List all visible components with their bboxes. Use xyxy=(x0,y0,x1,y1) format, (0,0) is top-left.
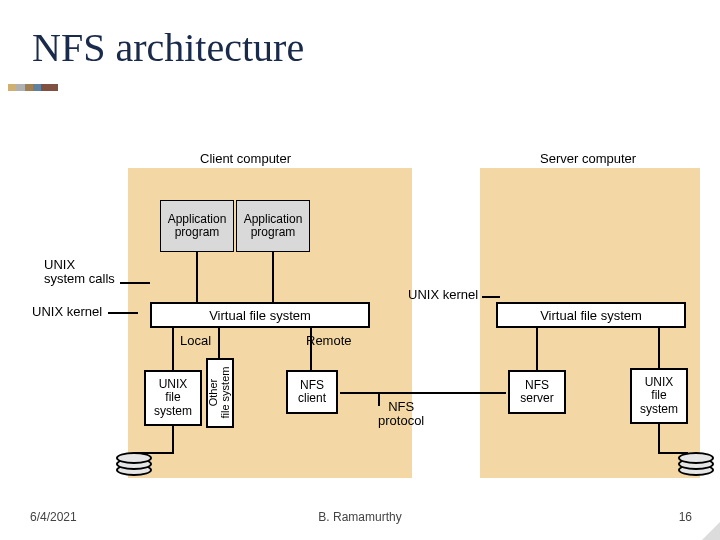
vfs-server-box: Virtual file system xyxy=(496,302,686,328)
disk-icon-server xyxy=(678,452,714,478)
unix-kernel-left-label: UNIX kernel xyxy=(32,305,102,319)
vfs-to-nfsserver-line xyxy=(536,328,538,370)
footer-author: B. Ramamurthy xyxy=(0,510,720,524)
nfs-client-box: NFSclient xyxy=(286,370,338,414)
unixfs-to-disk-h xyxy=(134,452,174,454)
vfs-to-ofs-line xyxy=(218,328,220,358)
local-label: Local xyxy=(180,334,211,348)
slide-title: NFS architecture xyxy=(32,24,304,71)
application-program-2: Applicationprogram xyxy=(236,200,310,252)
vfs-client-box: Virtual file system xyxy=(150,302,370,328)
unixfs-srv-to-disk-line xyxy=(658,424,660,454)
other-fs-box: Otherfile system xyxy=(206,358,234,428)
client-label: Client computer xyxy=(200,152,291,166)
syscalls-connector xyxy=(120,282,150,284)
app1-down-line xyxy=(196,252,198,302)
unix-syscalls-label: UNIXsystem calls xyxy=(44,258,115,287)
nfs-server-box: NFSserver xyxy=(508,370,566,414)
kernel-mid-connector xyxy=(482,296,500,298)
remote-label: Remote xyxy=(306,334,352,348)
nfs-protocol-label: NFSprotocol xyxy=(378,400,424,429)
application-program-1: Applicationprogram xyxy=(160,200,234,252)
nfs-protocol-line xyxy=(340,392,506,394)
page-curl-icon xyxy=(702,522,720,540)
unix-fs-server-box: UNIXfilesystem xyxy=(630,368,688,424)
kernel-left-connector xyxy=(108,312,138,314)
footer-page: 16 xyxy=(679,510,692,524)
unixfs-srv-to-disk-h xyxy=(658,452,688,454)
vfs-to-unixfs-srv-line xyxy=(658,328,660,368)
nfs-protocol-drop xyxy=(378,392,380,406)
accent-bar xyxy=(8,84,58,91)
vfs-to-unixfs-line xyxy=(172,328,174,370)
unixfs-to-disk-line xyxy=(172,426,174,454)
unix-kernel-mid-label: UNIX kernel xyxy=(408,288,478,302)
app2-down-line xyxy=(272,252,274,302)
server-label: Server computer xyxy=(540,152,636,166)
disk-icon-client xyxy=(116,452,152,478)
unix-fs-client-box: UNIXfilesystem xyxy=(144,370,202,426)
vfs-to-nfsclient-line xyxy=(310,328,312,370)
